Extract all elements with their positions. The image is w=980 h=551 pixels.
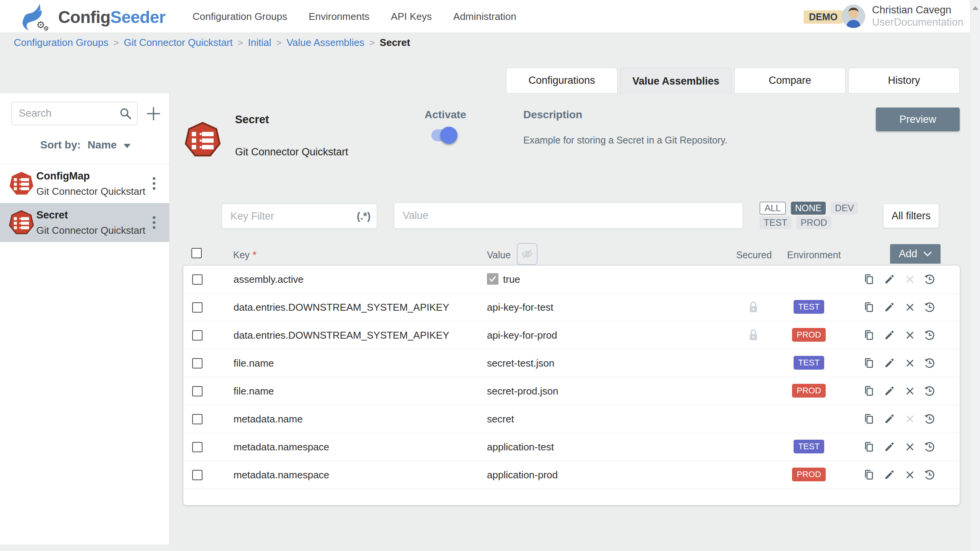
sidebar: Sort by: Name ConfigMap Git Connector Qu… — [0, 93, 170, 544]
copy-icon[interactable] — [863, 357, 875, 369]
history-icon[interactable] — [923, 357, 936, 369]
value-filter-input[interactable] — [403, 210, 734, 222]
history-icon[interactable] — [923, 301, 936, 313]
activate-toggle[interactable] — [431, 129, 457, 141]
environment-chip[interactable]: ALL — [760, 202, 786, 215]
nav-item[interactable]: API Keys — [391, 11, 432, 23]
sidebar-value-assembly-item[interactable]: ConfigMap Git Connector Quickstart — [0, 164, 169, 203]
edit-icon[interactable] — [883, 413, 895, 425]
row-checkbox[interactable] — [192, 274, 203, 285]
copy-icon[interactable] — [863, 385, 875, 397]
history-icon[interactable] — [923, 441, 936, 453]
history-icon[interactable] — [923, 273, 936, 285]
table-row: file.name secret-prod.json PROD — [183, 377, 960, 405]
item-title: ConfigMap — [36, 170, 90, 182]
copy-icon[interactable] — [863, 329, 875, 341]
value-text: true — [503, 274, 520, 285]
environment-badge: TEST — [794, 440, 824, 453]
value-text: secret-prod.json — [487, 385, 558, 397]
item-menu-icon[interactable] — [151, 215, 157, 230]
value-text: secret — [487, 413, 514, 425]
delete-icon[interactable] — [904, 329, 916, 341]
row-checkbox[interactable] — [192, 386, 203, 396]
delete-icon[interactable] — [904, 469, 916, 481]
history-icon[interactable] — [923, 329, 936, 341]
edit-icon[interactable] — [883, 273, 895, 285]
row-checkbox[interactable] — [192, 470, 203, 480]
row-checkbox[interactable] — [192, 414, 203, 424]
logo-bird-icon — [18, 2, 54, 32]
avatar[interactable] — [842, 5, 865, 28]
table-row: metadata.name secret — [183, 405, 960, 433]
required-asterisk: * — [253, 249, 256, 260]
chevron-down-icon — [923, 251, 932, 257]
edit-icon[interactable] — [883, 441, 895, 453]
hide-values-button[interactable] — [517, 243, 537, 265]
add-button[interactable]: Add — [890, 244, 941, 264]
row-checkbox[interactable] — [192, 330, 203, 341]
delete-icon[interactable] — [904, 357, 916, 369]
sort-control[interactable]: Sort by: Name — [40, 139, 131, 151]
history-icon[interactable] — [923, 385, 936, 397]
table-row: assembly.active true — [183, 266, 960, 293]
tab[interactable]: Value Assemblies — [620, 68, 732, 95]
top-navigation: Configuration GroupsEnvironmentsAPI Keys… — [193, 0, 516, 33]
row-value: application-prod — [487, 469, 558, 481]
preview-button[interactable]: Preview — [876, 108, 960, 131]
breadcrumb-link[interactable]: Value Assemblies — [287, 37, 364, 49]
history-icon[interactable] — [923, 469, 936, 481]
breadcrumb-link[interactable]: Git Connector Quickstart — [124, 37, 233, 49]
edit-icon[interactable] — [883, 469, 895, 481]
copy-icon[interactable] — [863, 301, 875, 313]
all-filters-button[interactable]: All filters — [883, 204, 939, 228]
table-row: file.name secret-test.json TEST — [183, 349, 960, 377]
copy-icon[interactable] — [863, 413, 875, 425]
row-value: true — [487, 274, 520, 285]
environment-chip[interactable]: PROD — [796, 216, 831, 229]
user-name: Christian Cavegn — [872, 4, 964, 16]
add-value-assembly-button[interactable] — [145, 105, 162, 122]
delete-icon[interactable] — [904, 301, 916, 313]
nav-item[interactable]: Environments — [309, 11, 369, 23]
row-value: api-key-for-prod — [487, 329, 557, 341]
environment-badge: TEST — [794, 356, 824, 370]
delete-icon[interactable] — [904, 441, 916, 453]
scroll-up-arrow[interactable] — [972, 6, 978, 10]
copy-icon[interactable] — [863, 469, 875, 481]
copy-icon[interactable] — [863, 273, 875, 285]
sidebar-value-assembly-item[interactable]: Secret Git Connector Quickstart — [0, 203, 169, 242]
breadcrumb-current: Secret — [380, 37, 410, 49]
breadcrumb-link[interactable]: Initial — [248, 37, 271, 49]
row-checkbox[interactable] — [192, 302, 203, 313]
row-checkbox[interactable] — [192, 442, 203, 452]
tab[interactable]: Configurations — [506, 68, 617, 93]
edit-icon[interactable] — [883, 357, 895, 369]
item-menu-icon[interactable] — [151, 176, 157, 191]
copy-icon[interactable] — [863, 441, 875, 453]
environment-chip[interactable]: TEST — [760, 216, 791, 229]
page-subtitle: Git Connector Quickstart — [235, 146, 348, 158]
edit-icon[interactable] — [883, 385, 895, 397]
value-text: api-key-for-prod — [487, 329, 557, 341]
app-logo[interactable]: ConfigSeeder — [18, 2, 165, 32]
tab[interactable]: History — [848, 68, 960, 93]
value-text: secret-test.json — [487, 357, 554, 369]
breadcrumb-link[interactable]: Configuration Groups — [14, 37, 108, 49]
search-input[interactable] — [19, 108, 119, 119]
environment-chip[interactable]: NONE — [791, 202, 826, 215]
delete-icon[interactable] — [904, 385, 916, 397]
select-all-checkbox[interactable] — [191, 248, 202, 258]
row-checkbox[interactable] — [192, 358, 203, 368]
user-menu[interactable]: Christian Cavegn UserDocumentation — [872, 4, 964, 28]
search-icon[interactable] — [119, 107, 132, 121]
history-icon[interactable] — [923, 413, 936, 425]
edit-icon[interactable] — [883, 329, 895, 341]
edit-icon[interactable] — [883, 301, 895, 313]
tab[interactable]: Compare — [734, 68, 846, 93]
nav-item[interactable]: Administration — [453, 11, 516, 23]
page-scrollbar[interactable] — [970, 0, 980, 551]
environment-badge: PROD — [792, 384, 826, 398]
environment-chip[interactable]: DEV — [831, 202, 858, 215]
key-filter-input[interactable] — [230, 210, 357, 222]
nav-item[interactable]: Configuration Groups — [193, 11, 287, 23]
